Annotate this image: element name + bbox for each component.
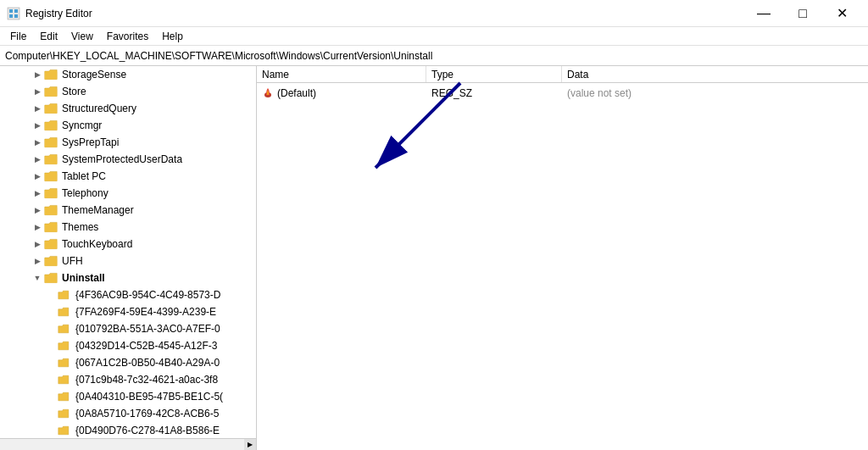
tree-item-sub2[interactable]: {7FA269F4-59E4-4399-A239-E [0,303,256,320]
tree-item-label-SysPrepTapi: SysPrepTapi [62,136,119,148]
expand-arrow-sub2[interactable] [44,305,58,319]
tree-item-label-StructuredQuery: StructuredQuery [62,103,136,114]
hscroll-right[interactable]: ▶ [244,439,256,451]
col-name-header: Name [257,66,426,82]
expand-arrow-sub5[interactable] [44,356,58,369]
folder-icon-ThemeManager [44,204,60,216]
folder-icon-Syncmgr [44,119,60,131]
maximize-button[interactable]: □ [783,0,822,27]
expand-arrow-StructuredQuery[interactable]: ▶ [31,102,44,115]
expand-arrow-sub4[interactable] [44,339,58,353]
close-button[interactable]: ✕ [822,0,861,27]
tree-item-sub9[interactable]: {0D490D76-C278-41A8-B586-E [0,422,256,439]
expand-arrow-sub7[interactable] [44,390,58,403]
tree-item-sub5[interactable]: {067A1C2B-0B50-4B40-A29A-0 [0,354,256,371]
tree-hscroll[interactable]: ▶ [0,438,256,450]
expand-arrow-sub3[interactable] [44,322,58,336]
tree-item-sub7[interactable]: {0A404310-BE95-47B5-BE1C-5( [0,388,256,405]
expand-arrow-TabletPC[interactable]: ▶ [31,169,44,183]
tree-item-sub3[interactable]: {010792BA-551A-3AC0-A7EF-0 [0,320,256,337]
tree-panel: ▶ StorageSense▶ Store▶ StructuredQuery▶ … [0,66,257,450]
address-path: Computer\HKEY_LOCAL_MACHINE\SOFTWARE\Mic… [5,50,432,62]
svg-rect-2 [14,9,18,13]
main-content: ▶ StorageSense▶ Store▶ StructuredQuery▶ … [0,66,868,450]
tree-item-label-Syncmgr: Syncmgr [62,119,102,131]
tree-scroll[interactable]: ▶ StorageSense▶ Store▶ StructuredQuery▶ … [0,66,256,450]
tree-item-label-Themes: Themes [62,221,98,233]
expand-arrow-Syncmgr[interactable]: ▶ [31,119,44,132]
menu-file[interactable]: File [3,29,33,44]
tree-item-sub1[interactable]: {4F36AC9B-954C-4C49-8573-D [0,286,256,303]
tree-item-sub4[interactable]: {04329D14-C52B-4545-A12F-3 [0,337,256,354]
tree-item-sub8[interactable]: {0A8A5710-1769-42C8-ACB6-5 [0,405,256,422]
folder-icon-sub4 [58,340,74,352]
expand-arrow-Telephony[interactable]: ▶ [31,186,44,200]
tree-item-label-Store: Store [62,86,86,97]
tree-item-label-sub7: {0A404310-BE95-47B5-BE1C-5( [75,391,223,403]
reg-cell-data-0: (value not set) [562,87,868,99]
tree-item-label-sub9: {0D490D76-C278-41A8-B586-E [75,425,220,436]
menu-help[interactable]: Help [155,29,190,44]
folder-icon-sub2 [58,306,74,318]
expand-arrow-TouchKeyboard[interactable]: ▶ [31,237,44,251]
tree-item-label-TabletPC: Tablet PC [62,170,106,182]
tree-item-label-TouchKeyboard: TouchKeyboard [62,238,132,250]
expand-arrow-SystemProtectedUserData[interactable]: ▶ [31,153,44,166]
tree-item-StorageSense[interactable]: ▶ StorageSense [0,66,256,83]
tree-item-Syncmgr[interactable]: ▶ Syncmgr [0,117,256,134]
tree-item-label-sub5: {067A1C2B-0B50-4B40-A29A-0 [75,357,220,369]
folder-icon-sub6 [58,374,74,386]
svg-rect-1 [9,9,13,13]
folder-icon-sub9 [58,425,74,436]
folder-icon-TabletPC [44,170,60,182]
menu-view[interactable]: View [64,29,100,44]
expand-arrow-Themes[interactable]: ▶ [31,220,44,234]
tree-item-sub6[interactable]: {071c9b48-7c32-4621-a0ac-3f8 [0,371,256,388]
tree-item-StructuredQuery[interactable]: ▶ StructuredQuery [0,100,256,117]
menu-favorites[interactable]: Favorites [100,29,155,44]
reg-row-0[interactable]: (Default)REG_SZ(value not set) [257,85,868,102]
folder-icon-Themes [44,221,60,233]
tree-item-label-sub1: {4F36AC9B-954C-4C49-8573-D [75,289,220,301]
expand-arrow-sub9[interactable] [44,424,58,437]
folder-icon-Telephony [44,187,60,199]
folder-icon-sub7 [58,391,74,403]
minimize-button[interactable]: — [744,0,783,27]
right-header: Name Type Data [257,66,868,83]
tree-item-Themes[interactable]: ▶ Themes [0,219,256,236]
tree-item-TabletPC[interactable]: ▶ Tablet PC [0,168,256,185]
expand-arrow-sub1[interactable] [44,288,58,302]
folder-icon-Store [44,86,60,97]
expand-arrow-ThemeManager[interactable]: ▶ [31,203,44,217]
menu-bar: File Edit View Favorites Help [0,27,868,46]
tree-item-Telephony[interactable]: ▶ Telephony [0,185,256,202]
folder-icon-sub5 [58,357,74,369]
tree-item-UFH[interactable]: ▶ UFH [0,253,256,269]
menu-edit[interactable]: Edit [33,29,64,44]
right-content: (Default)REG_SZ(value not set) [257,83,868,450]
expand-arrow-UFH[interactable]: ▶ [31,254,44,268]
folder-icon-SystemProtectedUserData [44,153,60,165]
folder-icon-StructuredQuery [44,103,60,114]
tree-item-label-StorageSense: StorageSense [62,69,126,81]
tree-item-TouchKeyboard[interactable]: ▶ TouchKeyboard [0,236,256,253]
app-title: Registry Editor [25,8,92,19]
expand-arrow-SysPrepTapi[interactable]: ▶ [31,136,44,149]
expand-arrow-sub6[interactable] [44,373,58,386]
expand-arrow-StorageSense[interactable]: ▶ [31,68,44,81]
folder-icon-SysPrepTapi [44,136,60,148]
tree-item-ThemeManager[interactable]: ▶ ThemeManager [0,202,256,219]
col-data-header: Data [562,66,868,82]
folder-icon-Uninstall [44,272,60,284]
tree-item-Store[interactable]: ▶ Store [0,83,256,100]
tree-item-SysPrepTapi[interactable]: ▶ SysPrepTapi [0,134,256,151]
expand-arrow-Store[interactable]: ▶ [31,85,44,98]
folder-icon-StorageSense [44,69,60,81]
expand-arrow-sub8[interactable] [44,407,58,420]
tree-item-label-sub3: {010792BA-551A-3AC0-A7EF-0 [75,323,220,335]
tree-item-SystemProtectedUserData[interactable]: ▶ SystemProtectedUserData [0,151,256,168]
tree-item-label-sub8: {0A8A5710-1769-42C8-ACB6-5 [75,408,219,419]
expand-arrow-Uninstall[interactable]: ▼ [31,271,44,285]
tree-item-Uninstall[interactable]: ▼ Uninstall [0,269,256,286]
tree-item-label-UFH: UFH [62,255,83,267]
